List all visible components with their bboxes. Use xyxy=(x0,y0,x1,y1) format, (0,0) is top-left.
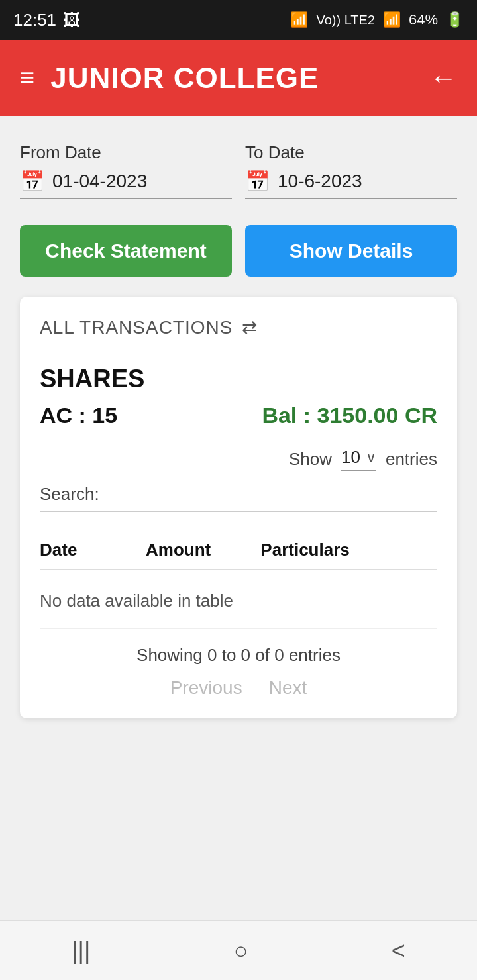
transfer-icon: ⇄ xyxy=(242,317,257,338)
action-buttons: Check Statement Show Details xyxy=(20,225,457,277)
col-amount-header: Amount xyxy=(146,540,260,560)
page-title: JUNIOR COLLEGE xyxy=(50,62,319,95)
table-header: Date Amount Particulars xyxy=(40,530,437,570)
home-icon[interactable]: ○ xyxy=(234,937,248,965)
lte-label: Vo)) LTE2 xyxy=(316,13,375,28)
from-date-value: 01-04-2023 xyxy=(52,171,147,192)
wifi-icon: 📶 xyxy=(290,11,308,28)
entries-label: entries xyxy=(386,449,437,469)
transactions-label: ALL TRANSACTIONS xyxy=(40,317,233,338)
to-date-input[interactable]: 📅 10-6-2023 xyxy=(245,170,457,199)
account-info: SHARES AC : 15 Bal : 3150.00 CR xyxy=(40,365,437,428)
pagination-section: Showing 0 to 0 of 0 entries Previous Nex… xyxy=(40,645,437,699)
screenshot-icon: 🖼 xyxy=(63,10,80,30)
col-particulars-header: Particulars xyxy=(260,540,437,560)
battery-icon: 🔋 xyxy=(446,11,464,28)
battery-label: 64% xyxy=(409,11,438,28)
transactions-section-header: ALL TRANSACTIONS ⇄ xyxy=(40,317,437,345)
no-data-row: No data available in table xyxy=(40,573,437,629)
show-label: Show xyxy=(289,449,332,469)
next-button[interactable]: Next xyxy=(269,677,307,699)
status-bar: 12:51 🖼 📶 Vo)) LTE2 📶 64% 🔋 xyxy=(0,0,477,40)
from-date-input[interactable]: 📅 01-04-2023 xyxy=(20,170,232,199)
show-details-button[interactable]: Show Details xyxy=(245,225,457,277)
to-date-label: To Date xyxy=(245,142,457,163)
previous-button[interactable]: Previous xyxy=(170,677,242,699)
search-label: Search: xyxy=(40,484,99,505)
check-statement-button[interactable]: Check Statement xyxy=(20,225,232,277)
main-content: From Date 📅 01-04-2023 To Date 📅 10-6-20… xyxy=(0,116,477,745)
menu-icon[interactable]: ≡ xyxy=(20,64,34,92)
account-name: SHARES xyxy=(40,365,437,393)
chevron-down-icon: ∨ xyxy=(366,449,376,466)
status-time: 12:51 xyxy=(13,10,56,30)
to-calendar-icon: 📅 xyxy=(245,170,270,193)
app-header: ≡ JUNIOR COLLEGE ← xyxy=(0,40,477,116)
date-filters: From Date 📅 01-04-2023 To Date 📅 10-6-20… xyxy=(20,136,457,205)
recent-apps-icon[interactable]: ||| xyxy=(72,937,90,965)
from-calendar-icon: 📅 xyxy=(20,170,44,193)
account-balance: Bal : 3150.00 CR xyxy=(262,403,437,428)
account-row: AC : 15 Bal : 3150.00 CR xyxy=(40,403,437,428)
from-date-field: From Date 📅 01-04-2023 xyxy=(20,142,232,199)
to-date-field: To Date 📅 10-6-2023 xyxy=(245,142,457,199)
col-date-header: Date xyxy=(40,540,146,560)
bottom-nav-bar: ||| ○ < xyxy=(0,920,477,980)
entries-select[interactable]: 10 ∨ xyxy=(341,447,376,471)
account-number: AC : 15 xyxy=(40,403,117,428)
search-input[interactable] xyxy=(109,484,437,505)
signal-icon: 📶 xyxy=(383,11,401,28)
show-entries-row: Show 10 ∨ entries xyxy=(40,447,437,471)
no-data-message: No data available in table xyxy=(40,591,233,611)
showing-text: Showing 0 to 0 of 0 entries xyxy=(40,645,437,665)
back-nav-icon[interactable]: < xyxy=(392,937,405,965)
entries-value: 10 xyxy=(341,447,360,467)
back-button[interactable]: ← xyxy=(429,62,457,94)
from-date-label: From Date xyxy=(20,142,232,163)
to-date-value: 10-6-2023 xyxy=(278,171,362,192)
transactions-card: ALL TRANSACTIONS ⇄ SHARES AC : 15 Bal : … xyxy=(20,297,457,718)
search-row: Search: xyxy=(40,484,437,512)
pagination-buttons: Previous Next xyxy=(40,677,437,699)
transactions-table: Date Amount Particulars No data availabl… xyxy=(40,530,437,629)
